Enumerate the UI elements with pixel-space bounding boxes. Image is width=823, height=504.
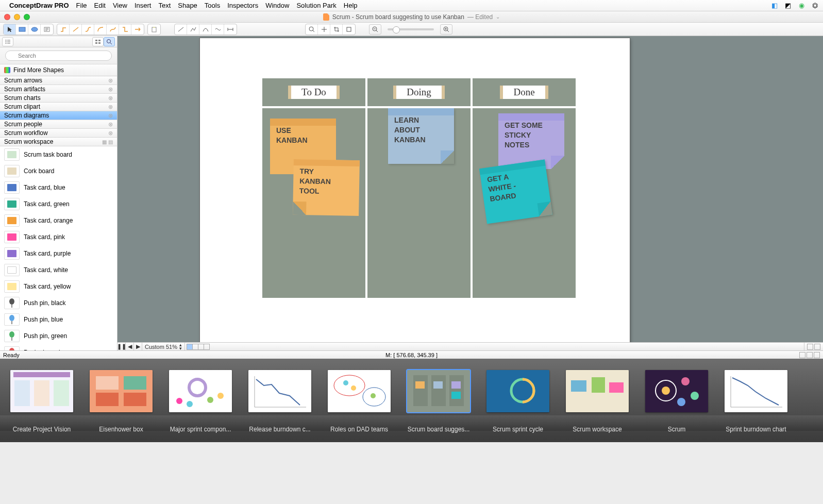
connector-4-button[interactable] [94,24,107,35]
connector-5-button[interactable] [107,24,119,35]
category-close-icon[interactable]: ⊗ [108,121,113,128]
category-close-icon[interactable]: ⊗ [108,95,113,102]
menu-inspectors[interactable]: Inspectors [227,2,258,9]
gallery-item[interactable]: Scrum workspace [566,370,629,433]
tray-icon-4[interactable]: ⏣ [811,2,819,10]
menu-insert[interactable]: Insert [135,2,152,9]
shape-list-item[interactable]: Push pin, green [0,328,117,344]
shape-list-item[interactable]: Task card, white [0,262,117,278]
pointer-tool-button[interactable] [4,24,16,35]
sticky-note[interactable]: GET A WHITE - BOARD [479,160,552,224]
board-column-header[interactable]: Doing [367,78,471,106]
document-page[interactable]: To DoUSE KANBANTRY KANBAN TOOLDoingLEARN… [200,38,630,344]
gallery-item[interactable]: Release burndown c... [248,370,311,433]
shape-list-item[interactable]: Push pin, red [0,344,117,350]
status-end-controls[interactable] [799,352,820,358]
sticky-note[interactable]: TRY KANBAN TOOL [293,159,360,216]
category-close-icon[interactable]: ⊗ [108,77,113,84]
shape-list-item[interactable]: Push pin, black [0,295,117,311]
tray-icon-2[interactable]: ◩ [784,2,792,10]
menu-help[interactable]: Help [344,2,358,9]
connector-2-button[interactable] [70,24,82,35]
shape-list-item[interactable]: Scrum task board [0,146,117,163]
sidebar-tab-tree-button[interactable] [2,37,13,46]
menu-tools[interactable]: Tools [205,2,220,9]
document-title[interactable]: Scrum - Scrum board suggesting to use Ka… [323,13,500,21]
window-close-button[interactable] [4,14,10,20]
find-more-shapes-button[interactable]: Find More Shapes [0,64,117,76]
sidebar-view-grid-button[interactable] [92,37,104,46]
gallery-item[interactable]: Roles on DAD teams [328,370,391,433]
menu-file[interactable]: File [76,2,87,9]
crop-tool-button[interactable] [330,24,343,35]
tray-icon-1[interactable]: ◧ [770,2,779,10]
canvas-area[interactable]: To DoUSE KANBANTRY KANBAN TOOLDoingLEARN… [117,36,823,350]
category-close-icon[interactable]: ⊗ [108,112,113,119]
board-column-header[interactable]: To Do [262,78,365,106]
shape-list-item[interactable]: Task card, blue [0,179,117,196]
category-close-icon[interactable]: ⊗ [108,86,113,93]
page-pause-button[interactable]: ❚❚ [117,343,126,350]
line-tool-button[interactable] [175,24,187,35]
shape-list-item[interactable]: Push pin, blue [0,311,117,328]
board-column-body[interactable]: LEARN ABOUT KANBAN [367,108,471,298]
gallery-item[interactable]: Scrum sprint cycle [486,370,549,433]
sticky-note[interactable]: LEARN ABOUT KANBAN [388,108,454,164]
sidebar-view-search-button[interactable] [104,37,115,46]
shape-category-item[interactable]: Scrum charts⊗ [0,94,117,103]
zoom-out-button[interactable] [369,24,381,35]
shape-category-item[interactable]: Scrum workflow⊗ [0,129,117,138]
page-prev-button[interactable]: ◀ [126,343,134,350]
paste-button[interactable] [148,24,160,35]
menu-solution-park[interactable]: Solution Park [296,2,336,9]
menu-text[interactable]: Text [158,2,171,9]
shape-category-item[interactable]: Scrum arrows⊗ [0,76,117,85]
page-view-switcher[interactable] [187,344,210,350]
menu-shape[interactable]: Shape [178,2,197,9]
title-dropdown-icon[interactable]: ⌄ [496,14,500,20]
window-minimize-button[interactable] [14,14,20,20]
shape-list-item[interactable]: Cork board [0,163,117,179]
page-next-button[interactable]: ▶ [134,343,142,350]
gallery-item[interactable]: Eisenhower box [90,370,153,433]
polyline-tool-button[interactable] [187,24,199,35]
zoom-fit-button[interactable] [306,24,318,35]
gallery-item[interactable]: Major sprint compon... [169,370,232,433]
gallery-item[interactable]: Create Project Vision [10,370,73,433]
category-close-icon[interactable]: ⊗ [108,130,113,137]
window-zoom-button[interactable] [24,14,30,20]
menu-window[interactable]: Window [265,2,289,9]
shape-list-item[interactable]: Task card, yellow [0,278,117,295]
connector-3-button[interactable] [82,24,94,35]
shapes-search-input[interactable] [5,51,112,61]
ellipse-tool-button[interactable] [28,24,41,35]
curve-tool-button[interactable] [199,24,212,35]
menu-view[interactable]: View [113,2,127,9]
menu-edit[interactable]: Edit [94,2,106,9]
zoom-stepper-icon[interactable]: ▴▾ [179,343,182,350]
board-column-header[interactable]: Done [473,78,576,106]
app-name[interactable]: ConceptDraw PRO [9,2,69,9]
zoom-slider[interactable] [388,28,434,30]
board-column-body[interactable]: USE KANBANTRY KANBAN TOOL [262,108,365,298]
shape-category-item[interactable]: Scrum workspace▦ ▤ [0,138,117,146]
gallery-item[interactable]: Sprint burndown chart [725,370,787,433]
shape-category-item[interactable]: Scrum diagrams⊗ [0,111,117,120]
pan-tool-button[interactable] [318,24,330,35]
dimension-tool-button[interactable] [224,24,237,35]
rect-tool-button[interactable] [16,24,28,35]
tray-icon-3[interactable]: ◉ [797,2,805,10]
connector-7-button[interactable] [131,24,144,35]
category-close-icon[interactable]: ⊗ [108,104,113,110]
category-view-icons[interactable]: ▦ ▤ [102,139,113,145]
eyedropper-button[interactable] [343,24,355,35]
shape-list-item[interactable]: Task card, green [0,196,117,212]
shape-category-item[interactable]: Scrum people⊗ [0,120,117,129]
gallery-item[interactable]: Scrum board sugges... [407,370,470,433]
shape-category-item[interactable]: Scrum artifacts⊗ [0,85,117,94]
shape-category-item[interactable]: Scrum clipart⊗ [0,103,117,111]
text-tool-button[interactable] [41,24,53,35]
bezier-tool-button[interactable] [212,24,224,35]
shape-list-item[interactable]: Task card, pink [0,229,117,245]
connector-1-button[interactable] [57,24,70,35]
